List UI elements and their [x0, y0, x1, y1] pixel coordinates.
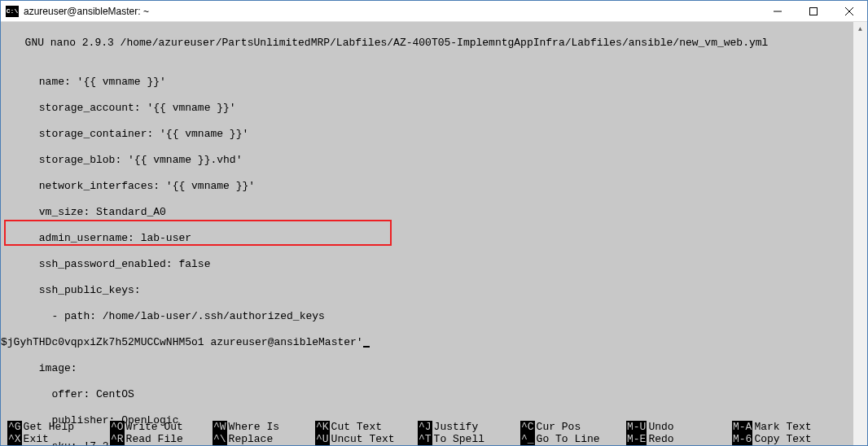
file-line: admin_username: lab-user [1, 232, 867, 245]
shortcut-key: ^_ [520, 433, 535, 445]
shortcut-cut-text[interactable]: ^KCut Text [315, 421, 418, 433]
file-line: ssh_password_enabled: false [1, 258, 867, 271]
file-line: - path: /home/lab-user/.ssh/authorized_k… [1, 310, 867, 323]
maximize-button[interactable] [796, 1, 831, 21]
nano-footer: ^GGet Help ^OWrite Out ^WWhere Is ^KCut … [1, 421, 867, 445]
shortcut-key: M-E [626, 433, 647, 445]
cursor [363, 346, 370, 348]
shortcut-cur-pos[interactable]: ^CCur Pos [520, 421, 626, 433]
shortcut-key: ^G [7, 421, 22, 433]
shortcut-key: ^U [315, 433, 330, 445]
scrollbar[interactable]: ▲ [853, 22, 867, 445]
file-line: vm_size: Standard_A0 [1, 206, 867, 219]
shortcut-key: ^K [315, 421, 330, 433]
svg-rect-1 [810, 7, 818, 15]
shortcut-label: Cur Pos [537, 421, 581, 433]
terminal-icon: C:\ [6, 6, 19, 17]
terminal-content: GNU nano 2.9.3 /home/azureuser/PartsUnli… [1, 22, 867, 445]
shortcut-label: Where Is [229, 421, 279, 433]
shortcut-label: Replace [229, 433, 274, 445]
shortcut-replace[interactable]: ^\Replace [213, 433, 315, 445]
file-line: image: [1, 362, 867, 375]
file-line: storage_account: '{{ vmname }}' [1, 102, 867, 115]
shortcut-label: Read File [126, 433, 183, 445]
shortcut-label: To Spell [434, 433, 484, 445]
nano-header: GNU nano 2.9.3 /home/azureuser/PartsUnli… [1, 37, 867, 50]
shortcut-label: Exit [24, 433, 49, 445]
shortcut-key: ^J [418, 421, 432, 433]
shortcut-to-spell[interactable]: ^TTo Spell [418, 433, 520, 445]
shortcut-label: Copy Text [754, 433, 811, 445]
shortcut-label: Uncut Text [331, 433, 395, 445]
file-line: storage_blob: '{{ vmname }}.vhd' [1, 154, 867, 167]
file-line: storage_container: '{{ vmname }}' [1, 128, 867, 141]
shortcut-key: M-U [626, 421, 647, 433]
file-line: name: '{{ vmname }}' [1, 76, 867, 89]
shortcut-get-help[interactable]: ^GGet Help [7, 421, 110, 433]
shortcut-justify[interactable]: ^JJustify [418, 421, 520, 433]
file-content: name: '{{ vmname }}' storage_account: '{… [1, 63, 867, 445]
shortcut-key: ^C [520, 421, 535, 433]
shortcut-key: ^R [110, 433, 125, 445]
minimize-button[interactable] [760, 1, 796, 21]
terminal-area[interactable]: GNU nano 2.9.3 /home/azureuser/PartsUnli… [1, 22, 867, 445]
footer-row-2: ^XExit ^RRead File ^\Replace ^UUncut Tex… [7, 433, 867, 445]
shortcut-redo[interactable]: M-ERedo [626, 433, 732, 445]
shortcut-key: M-6 [732, 433, 752, 445]
terminal-window: C:\ azureuser@ansibleMaster: ~ GNU nano … [0, 0, 868, 446]
shortcut-where-is[interactable]: ^WWhere Is [213, 421, 315, 433]
footer-row-1: ^GGet Help ^OWrite Out ^WWhere Is ^KCut … [7, 421, 867, 433]
shortcut-key: ^W [213, 421, 227, 433]
ssh-key-line: $jGyhTHDc0vqpxiZk7h52MUCCwNHM5o1 azureus… [1, 336, 363, 348]
shortcut-label: Cut Text [331, 421, 382, 433]
shortcut-copy-text[interactable]: M-6Copy Text [732, 433, 838, 445]
shortcut-label: Get Help [24, 421, 74, 433]
shortcut-write-out[interactable]: ^OWrite Out [110, 421, 213, 433]
shortcut-label: Write Out [126, 421, 183, 433]
file-line: ssh_public_keys: [1, 284, 867, 297]
file-line: offer: CentOS [1, 388, 867, 401]
shortcut-key: ^O [110, 421, 125, 433]
file-line: $jGyhTHDc0vqpxiZk7h52MUCCwNHM5o1 azureus… [1, 336, 867, 349]
shortcut-label: Mark Text [754, 421, 811, 433]
shortcut-label: Justify [434, 421, 479, 433]
shortcut-go-to-line[interactable]: ^_Go To Line [520, 433, 626, 445]
shortcut-key: ^\ [213, 433, 227, 445]
scrollbar-up-button[interactable]: ▲ [853, 22, 867, 36]
shortcut-read-file[interactable]: ^RRead File [110, 433, 213, 445]
shortcut-key: ^X [7, 433, 22, 445]
shortcut-label: Undo [648, 421, 673, 433]
shortcut-mark-text[interactable]: M-AMark Text [732, 421, 838, 433]
shortcut-key: ^T [418, 433, 432, 445]
file-line: network_interfaces: '{{ vmname }}' [1, 180, 867, 193]
window-title: azureuser@ansibleMaster: ~ [24, 6, 760, 17]
window-controls [760, 1, 867, 21]
shortcut-label: Go To Line [537, 433, 600, 445]
shortcut-exit[interactable]: ^XExit [7, 433, 110, 445]
shortcut-undo[interactable]: M-UUndo [626, 421, 732, 433]
icon-label: C:\ [7, 7, 18, 15]
close-button[interactable] [831, 1, 867, 21]
titlebar: C:\ azureuser@ansibleMaster: ~ [1, 1, 867, 22]
shortcut-key: M-A [732, 421, 752, 433]
shortcut-uncut-text[interactable]: ^UUncut Text [315, 433, 418, 445]
shortcut-label: Redo [648, 433, 673, 445]
